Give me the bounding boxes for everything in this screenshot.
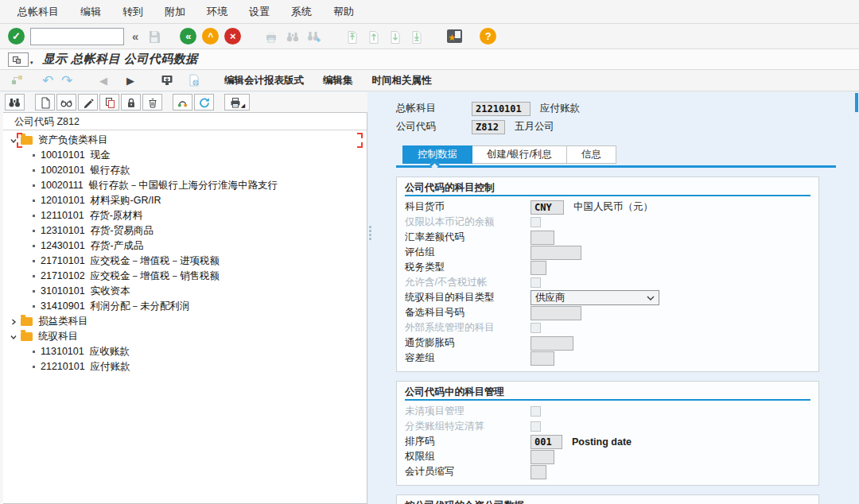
- save-icon[interactable]: [146, 29, 162, 45]
- print-icon[interactable]: ◢: [224, 94, 250, 110]
- tree-item[interactable]: 21710101 应交税金－增值税－进项税额: [3, 254, 367, 269]
- document-globe-icon[interactable]: [185, 72, 204, 88]
- recon-account-type-select[interactable]: 供应商: [531, 290, 659, 305]
- find-icon[interactable]: [285, 29, 301, 45]
- main-area: ◢ 公司代码 Z812 资产负债类科目 10010101 现金 10020101…: [0, 92, 859, 504]
- menu-help[interactable]: 帮助: [333, 5, 354, 19]
- chevron-down-icon[interactable]: [9, 333, 18, 341]
- gl-account-field[interactable]: 21210101: [472, 102, 531, 116]
- command-field[interactable]: [30, 28, 124, 45]
- field-label: 科目货币: [405, 200, 531, 214]
- accountant-field[interactable]: [531, 465, 546, 479]
- refresh-icon[interactable]: [194, 94, 214, 110]
- new-session-icon[interactable]: ★: [447, 29, 462, 43]
- create-icon[interactable]: [35, 94, 55, 110]
- first-page-icon[interactable]: [344, 29, 360, 45]
- tab-information[interactable]: 信息: [567, 145, 616, 164]
- time-dependent-attr-button[interactable]: 时间相关属性: [367, 72, 437, 89]
- group-account-management: 公司代码中的科目管理 未清项目管理 分类账组特定清算 排序码 001 Posti…: [396, 381, 819, 486]
- menu-bar: 总帐科目 编辑 转到 附加 环境 设置 系统 帮助: [0, 0, 859, 24]
- chevron-down-icon[interactable]: [9, 137, 18, 145]
- enter-check-icon[interactable]: ✓: [8, 28, 25, 45]
- inflation-key-field[interactable]: [531, 336, 573, 351]
- scrollbar-thumb[interactable]: [855, 93, 858, 112]
- menu-extras[interactable]: 附加: [165, 5, 185, 19]
- tax-posting-checkbox: [531, 277, 541, 288]
- field-label: 通货膨胀码: [405, 336, 531, 350]
- redo-icon[interactable]: ↷: [57, 72, 76, 88]
- back-icon[interactable]: «: [180, 28, 196, 45]
- find-next-icon[interactable]: [306, 29, 322, 45]
- block-icon[interactable]: [99, 94, 119, 110]
- gui-menu-icon[interactable]: [8, 52, 29, 67]
- tree-item[interactable]: 10020101 银行存款: [3, 163, 367, 178]
- tree-item[interactable]: 31410901 利润分配－未分配利润: [3, 299, 367, 314]
- field-label: 容差组: [405, 351, 531, 365]
- tree-item[interactable]: 21710102 应交税金－增值税－销售税额: [3, 269, 367, 284]
- bullet-icon: [33, 260, 35, 262]
- tree-item[interactable]: 31010101 实收资本: [3, 284, 367, 299]
- help-icon[interactable]: ?: [480, 28, 496, 45]
- company-code-field[interactable]: Z812: [472, 120, 505, 134]
- tab-create-bank-interest[interactable]: 创建/银行/利息: [472, 145, 567, 164]
- menu-environment[interactable]: 环境: [207, 5, 227, 19]
- chevron-right-icon[interactable]: [9, 318, 18, 326]
- folder-label: 资产负债类科目: [38, 134, 108, 147]
- tree-item[interactable]: 12430101 存货-产成品: [3, 238, 367, 254]
- headphones-icon[interactable]: [173, 94, 192, 110]
- tree-item[interactable]: 21210101 应付账款: [3, 359, 367, 374]
- vertical-scrollbar[interactable]: [854, 92, 859, 504]
- tab-control-data[interactable]: 控制数据: [402, 145, 472, 164]
- tree-item[interactable]: 10020111 银行存款－中国银行上海分行淮海中路支行: [3, 178, 367, 193]
- tree-folder-balance-sheet[interactable]: 资产负债类科目: [3, 133, 367, 148]
- menu-edit[interactable]: 编辑: [80, 5, 101, 19]
- menu-gl-account[interactable]: 总帐科目: [17, 5, 59, 19]
- cancel-icon[interactable]: ×: [224, 28, 241, 45]
- previous-icon[interactable]: ◀: [94, 72, 113, 88]
- field-label: 汇率差额代码: [405, 231, 531, 244]
- tree-item[interactable]: 12010101 材料采购-GR/IR: [3, 193, 367, 208]
- change-icon[interactable]: [78, 94, 98, 110]
- lock-icon[interactable]: [121, 94, 141, 110]
- tree-folder-recon[interactable]: 统驭科目: [3, 329, 367, 344]
- exit-icon[interactable]: ^: [202, 28, 219, 45]
- last-page-icon[interactable]: [409, 29, 425, 45]
- account-currency-field[interactable]: CNY: [531, 200, 564, 215]
- edit-set-button[interactable]: 编辑集: [318, 72, 358, 89]
- alternative-account-field[interactable]: [531, 306, 581, 320]
- delete-icon[interactable]: [142, 94, 162, 110]
- tax-category-field[interactable]: [531, 261, 546, 275]
- bullet-icon: [33, 290, 35, 293]
- collapse-icon[interactable]: «: [132, 29, 138, 43]
- print-preview-icon[interactable]: [157, 72, 177, 88]
- menu-settings[interactable]: 设置: [249, 5, 270, 19]
- tree-item[interactable]: 12110101 存货-原材料: [3, 208, 367, 223]
- bullet-icon: [33, 351, 35, 353]
- page-up-icon[interactable]: [366, 29, 382, 45]
- tree-folder-pl[interactable]: 损益类科目: [3, 314, 367, 329]
- valuation-group-field[interactable]: [531, 246, 581, 260]
- find-icon[interactable]: [5, 94, 25, 110]
- tree-item[interactable]: 12310101 存货-贸易商品: [3, 223, 367, 238]
- exchange-diff-field[interactable]: [531, 231, 554, 245]
- next-icon[interactable]: ▶: [121, 72, 140, 88]
- group-title: 按公司代码的合资公司数据: [405, 498, 810, 504]
- undo-icon[interactable]: ↶: [38, 72, 57, 88]
- tree-item[interactable]: 10010101 现金: [3, 148, 367, 163]
- other-object-icon[interactable]: [8, 72, 27, 88]
- sort-key-field[interactable]: 001: [531, 435, 562, 449]
- menu-goto[interactable]: 转到: [122, 5, 143, 19]
- account-tree: 公司代码 Z812 资产负债类科目 10010101 现金 10020101 银…: [3, 112, 367, 504]
- page-down-icon[interactable]: [387, 29, 403, 45]
- detail-panel: 总帐科目 21210101 应付账款 公司代码 Z812 五月公司 控制数据 创…: [374, 92, 859, 504]
- menu-system[interactable]: 系统: [291, 5, 312, 19]
- display-icon[interactable]: [56, 94, 76, 110]
- dropdown-icon[interactable]: ◢: [241, 103, 245, 109]
- authorization-group-field[interactable]: [531, 450, 554, 464]
- panel-splitter[interactable]: [367, 92, 374, 504]
- tree-item[interactable]: 11310101 应收账款: [3, 344, 367, 359]
- title-dropdown-icon[interactable]: ▾: [30, 60, 33, 66]
- print-icon[interactable]: [263, 29, 279, 45]
- tolerance-group-field[interactable]: [531, 351, 554, 366]
- edit-fs-version-button[interactable]: 编辑会计报表版式: [220, 72, 309, 89]
